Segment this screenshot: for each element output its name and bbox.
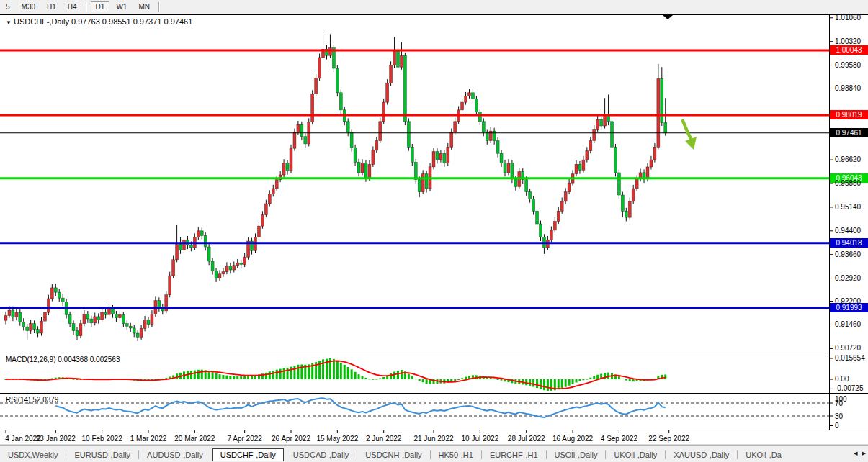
trend-arrow-annotation bbox=[683, 121, 692, 140]
tab-ukoil-daily[interactable]: UKOil-,Daily bbox=[606, 448, 665, 461]
tab-ukoil-da[interactable]: UKOil-,Da bbox=[738, 448, 789, 461]
tab-scroll-controls: ◂ ▸ bbox=[854, 448, 866, 458]
tab-usoil-daily[interactable]: USOil-,Daily bbox=[547, 448, 606, 461]
tab-hk50-h1[interactable]: HK50-,H1 bbox=[431, 448, 481, 461]
tab-audusd-daily[interactable]: AUDUSD-,Daily bbox=[139, 448, 211, 461]
tab-scroll-left-icon[interactable]: ◂ bbox=[854, 448, 858, 458]
tab-usdcad-daily[interactable]: USDCAD-,Daily bbox=[285, 448, 357, 461]
tab-usdcnh-daily[interactable]: USDCNH-,Daily bbox=[357, 448, 429, 461]
mt4-terminal-window: 5M30H1H4D1W1MN ▼ USDCHF-,Daily 0.97763 0… bbox=[0, 0, 868, 462]
tab-usdx-weekly[interactable]: USDX,Weekly bbox=[0, 448, 66, 461]
tab-eurusd-daily[interactable]: EURUSD-,Daily bbox=[66, 448, 138, 461]
symbol-tab-bar: USDX,WeeklyEURUSD-,DailyAUDUSD-,DailyUSD… bbox=[0, 445, 868, 462]
chart-shift-marker-icon bbox=[663, 15, 673, 19]
candlestick-chart[interactable] bbox=[0, 0, 868, 462]
tab-usdchf-daily[interactable]: USDCHF-,Daily bbox=[212, 448, 284, 461]
tab-eurchf-h1[interactable]: EURCHF-,H1 bbox=[482, 448, 546, 461]
tab-xauusd-daily[interactable]: XAUUSD-,Daily bbox=[666, 448, 737, 461]
tab-scroll-right-icon[interactable]: ▸ bbox=[862, 448, 866, 458]
